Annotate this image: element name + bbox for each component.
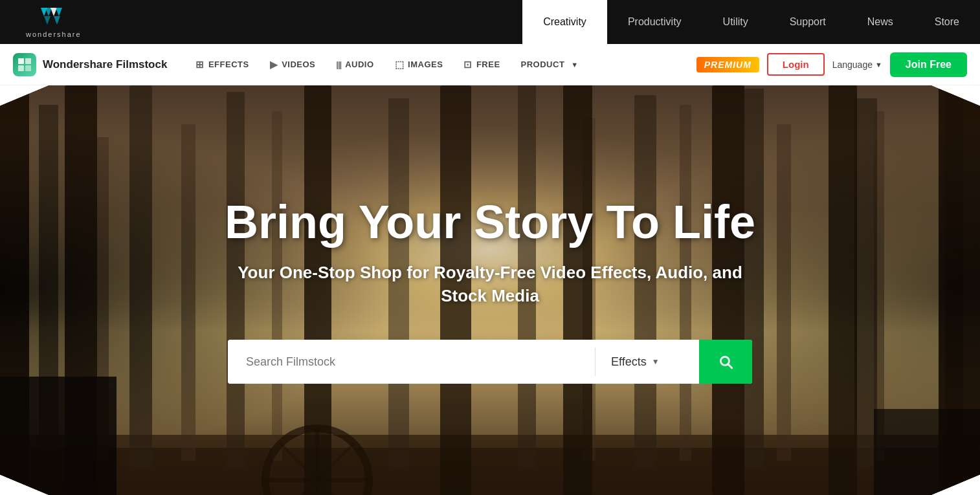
audio-icon: ||| xyxy=(336,60,341,69)
top-nav-support[interactable]: Support xyxy=(769,0,847,44)
svg-marker-41 xyxy=(874,409,980,495)
top-nav-items: Creativity Productivity Utility Support … xyxy=(129,0,980,44)
svg-marker-40 xyxy=(0,377,117,495)
svg-marker-4 xyxy=(54,16,60,25)
wondershare-brand-text: wondershare xyxy=(26,30,82,38)
filmstock-brand-link[interactable]: Wondershare Filmstock xyxy=(13,53,167,76)
dropdown-arrow-icon: ▼ xyxy=(652,357,660,366)
svg-rect-7 xyxy=(25,58,31,64)
svg-rect-8 xyxy=(18,65,24,71)
free-label: FREE xyxy=(476,60,500,69)
svg-marker-1 xyxy=(45,8,52,16)
audio-label: AUDIO xyxy=(345,60,373,69)
images-label: IMAGES xyxy=(408,60,443,69)
filmstock-logo-svg xyxy=(17,57,32,72)
top-nav-news[interactable]: News xyxy=(847,0,914,44)
secondary-nav-items: ⊞ EFFECTS ▶ VIDEOS ||| AUDIO ⬚ IMAGES ⊡ … xyxy=(186,54,696,76)
join-free-button[interactable]: Join Free xyxy=(890,52,967,77)
sec-nav-videos[interactable]: ▶ VIDEOS xyxy=(261,54,325,76)
search-bar: Effects ▼ xyxy=(228,340,752,384)
effects-label: EFFECTS xyxy=(208,60,249,69)
language-selector[interactable]: Language ▼ xyxy=(832,60,882,70)
sec-nav-audio[interactable]: ||| AUDIO xyxy=(327,54,383,74)
search-input[interactable] xyxy=(228,340,595,384)
top-navigation: wondershare Creativity Productivity Util… xyxy=(0,0,980,44)
top-nav-utility[interactable]: Utility xyxy=(702,0,769,44)
search-category-label: Effects xyxy=(611,355,647,369)
language-label: Language xyxy=(832,60,873,70)
wondershare-logo: wondershare xyxy=(26,6,82,38)
sec-nav-images[interactable]: ⬚ IMAGES xyxy=(386,54,452,76)
premium-badge[interactable]: PREMIUM xyxy=(696,57,759,72)
search-button[interactable] xyxy=(699,340,752,384)
search-icon xyxy=(717,353,734,370)
filmstock-brand-icon xyxy=(13,53,36,76)
hero-content: Bring Your Story To Life Your One-Stop S… xyxy=(199,197,781,384)
svg-marker-5 xyxy=(56,8,62,16)
top-nav-creativity[interactable]: Creativity xyxy=(522,0,607,44)
search-category-dropdown[interactable]: Effects ▼ xyxy=(596,340,699,384)
sec-nav-product[interactable]: PRODUCT ▼ xyxy=(512,54,588,74)
svg-marker-2 xyxy=(44,16,50,25)
videos-label: VIDEOS xyxy=(282,60,315,69)
videos-icon: ▶ xyxy=(270,59,278,71)
images-icon: ⬚ xyxy=(395,59,405,71)
svg-marker-3 xyxy=(50,8,57,16)
svg-rect-6 xyxy=(18,58,24,64)
top-nav-productivity[interactable]: Productivity xyxy=(607,0,702,44)
hero-section: Bring Your Story To Life Your One-Stop S… xyxy=(0,85,980,495)
login-button[interactable]: Login xyxy=(767,53,825,76)
sec-nav-free[interactable]: ⊡ FREE xyxy=(454,54,509,76)
hero-title: Bring Your Story To Life xyxy=(225,197,755,248)
secondary-navigation: Wondershare Filmstock ⊞ EFFECTS ▶ VIDEOS… xyxy=(0,44,980,85)
product-label: PRODUCT xyxy=(521,60,565,69)
secondary-nav-right: PREMIUM Login Language ▼ Join Free xyxy=(696,52,967,77)
sec-nav-effects[interactable]: ⊞ EFFECTS xyxy=(186,54,258,76)
language-chevron-icon: ▼ xyxy=(875,61,882,69)
product-dropdown-icon: ▼ xyxy=(571,61,578,69)
svg-rect-9 xyxy=(25,65,31,71)
effects-icon: ⊞ xyxy=(195,59,205,71)
wondershare-icon xyxy=(38,6,70,26)
wondershare-logo-area[interactable]: wondershare xyxy=(0,0,129,44)
hero-subtitle: Your One-Stop Shop for Royalty-Free Vide… xyxy=(225,261,755,308)
filmstock-brand-name: Wondershare Filmstock xyxy=(43,58,167,71)
free-icon: ⊡ xyxy=(463,59,473,71)
top-nav-store[interactable]: Store xyxy=(914,0,980,44)
